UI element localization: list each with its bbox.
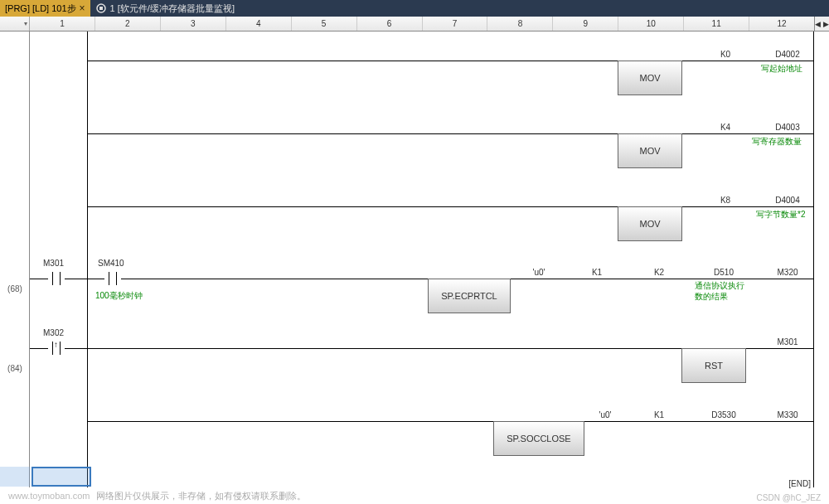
- chevron-down-icon[interactable]: ▾: [24, 20, 27, 27]
- rail: [511, 279, 814, 279]
- comment: 通信协议执行: [695, 280, 744, 292]
- contact-label: M301: [43, 259, 64, 268]
- operand: D4002: [767, 50, 808, 59]
- column-head: 1: [30, 17, 95, 31]
- operand: K1: [580, 268, 613, 277]
- contact-label: SM410: [98, 259, 124, 268]
- svg-rect-1: [99, 7, 103, 10]
- column-head: 9: [553, 17, 618, 31]
- instruction-sp-socclose[interactable]: SP.SOCCLOSE: [493, 421, 584, 456]
- column-head: 5: [292, 17, 357, 31]
- monitor-icon: [95, 2, 107, 14]
- operand: 'u0': [522, 268, 555, 277]
- tab-prg-ld[interactable]: [PRG] [LD] 101步 ×: [0, 0, 90, 17]
- rail: [682, 206, 814, 207]
- comment: 写寄存器数量: [752, 136, 802, 148]
- rising-edge-icon: ↑: [54, 341, 58, 349]
- instruction-mov[interactable]: MOV: [618, 61, 682, 95]
- tab-device-monitor[interactable]: 1 [软元件/缓冲存储器批量监视]: [90, 0, 240, 17]
- rail: [87, 206, 630, 207]
- rail: [87, 421, 493, 422]
- rail: [682, 61, 814, 61]
- operand: 'u0': [589, 410, 622, 419]
- rail: [746, 348, 814, 349]
- column-ruler: ▾ 123456789101112 ◀ ▶: [0, 17, 829, 32]
- column-head: 12: [749, 17, 814, 31]
- cursor-cell[interactable]: [32, 467, 91, 487]
- tab-label: 1 [软元件/缓冲存储器批量监视]: [110, 2, 235, 15]
- comment: 数的结果: [695, 291, 728, 303]
- tab-bar: [PRG] [LD] 101步 × 1 [软元件/缓冲存储器批量监视]: [0, 0, 829, 17]
- instruction-label: MOV: [639, 73, 660, 83]
- ladder-editor[interactable]: MOV K0 D4002 写起始地址 MOV K4 D4003 写寄存器数量 M…: [0, 32, 829, 487]
- operand: M320: [767, 268, 808, 277]
- operand: K4: [709, 123, 742, 132]
- comment: 写起始地址: [761, 63, 802, 75]
- operand: K1: [642, 410, 676, 419]
- contact-rising-pulse[interactable]: ↑: [48, 340, 65, 356]
- contact-label: M302: [43, 328, 64, 337]
- footer-right: CSDN @hC_JEZ: [757, 493, 821, 502]
- selected-step-cell: [0, 467, 30, 487]
- instruction-label: SP.SOCCLOSE: [507, 434, 570, 443]
- vertical-link: [87, 133, 88, 206]
- column-head: 6: [357, 17, 423, 31]
- column-head: 11: [684, 17, 749, 31]
- rail: [121, 279, 428, 279]
- column-head: 10: [618, 17, 684, 31]
- step-number: (84): [0, 364, 30, 373]
- rail: [682, 133, 814, 134]
- close-icon[interactable]: ×: [80, 2, 85, 14]
- rail: [30, 279, 48, 279]
- rail: [65, 279, 104, 279]
- vertical-link: [87, 61, 88, 133]
- step-gutter-head: ▾: [0, 17, 30, 31]
- column-head: 3: [161, 17, 226, 31]
- rail: [65, 348, 681, 349]
- watermark-text: www.toymoban.com: [8, 491, 90, 501]
- instruction-sp-ecprtcl[interactable]: SP.ECPRTCL: [428, 279, 511, 313]
- right-busbar: [813, 32, 814, 487]
- rail: [584, 421, 814, 422]
- operand: K0: [709, 50, 742, 59]
- instruction-rst[interactable]: RST: [681, 348, 746, 383]
- comment: 写字节数量*2: [756, 209, 805, 220]
- tab-label: [PRG] [LD] 101步: [5, 2, 76, 15]
- step-gutter: [0, 32, 30, 487]
- comment: 100毫秒时钟: [95, 290, 143, 302]
- rail: [87, 61, 630, 61]
- step-number: (68): [0, 284, 30, 293]
- operand: K8: [709, 196, 742, 205]
- instruction-mov[interactable]: MOV: [618, 206, 682, 241]
- vertical-link: [87, 348, 88, 421]
- instruction-mov[interactable]: MOV: [618, 133, 682, 168]
- operand: D4003: [767, 123, 808, 132]
- operand: M301: [767, 337, 808, 346]
- operand: K2: [642, 268, 676, 277]
- instruction-label: MOV: [639, 219, 660, 229]
- contact-no[interactable]: [104, 270, 121, 287]
- column-head: 7: [423, 17, 488, 31]
- operand: D4004: [767, 196, 808, 205]
- disclaimer-text: 网络图片仅供展示，非存储，如有侵权请联系删除。: [96, 490, 306, 502]
- operand: M330: [767, 410, 808, 419]
- column-head: 4: [226, 17, 292, 31]
- column-head: 2: [95, 17, 161, 31]
- operand: D3530: [703, 410, 744, 419]
- rail: [87, 133, 630, 134]
- footer: www.toymoban.com 网络图片仅供展示，非存储，如有侵权请联系删除。: [0, 487, 829, 504]
- rail: [30, 348, 48, 349]
- instruction-label: SP.ECPRTCL: [441, 291, 497, 301]
- instruction-label: MOV: [639, 146, 660, 156]
- column-head: 8: [487, 17, 553, 31]
- contact-no[interactable]: [48, 270, 65, 287]
- instruction-label: RST: [705, 361, 723, 371]
- operand: D510: [703, 268, 744, 277]
- ruler-scroll-icon[interactable]: ◀ ▶: [814, 17, 829, 31]
